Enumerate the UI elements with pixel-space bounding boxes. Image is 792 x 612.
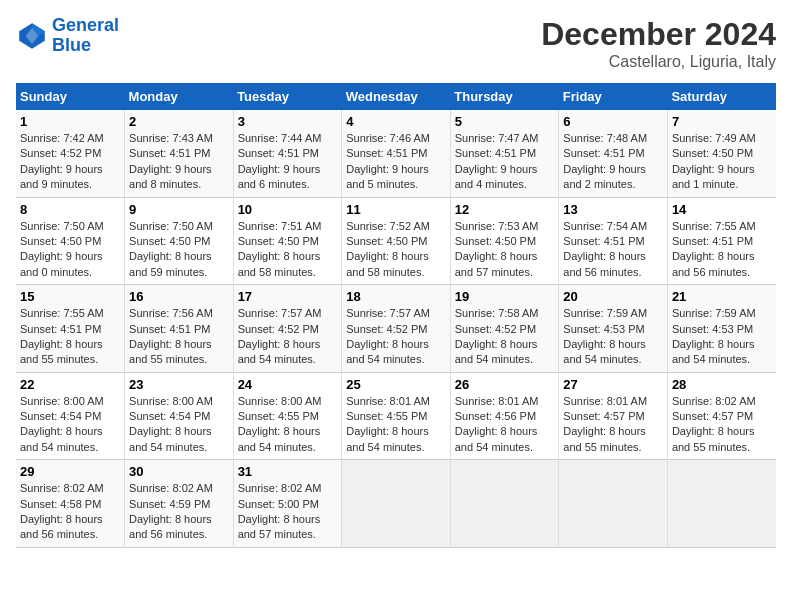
- day-detail: Sunrise: 8:01 AM Sunset: 4:55 PM Dayligh…: [346, 394, 446, 456]
- day-detail: Sunrise: 7:56 AM Sunset: 4:51 PM Dayligh…: [129, 306, 229, 368]
- day-detail: Sunrise: 8:01 AM Sunset: 4:56 PM Dayligh…: [455, 394, 555, 456]
- logo-line1: General: [52, 15, 119, 35]
- location-subtitle: Castellaro, Liguria, Italy: [541, 53, 776, 71]
- calendar-cell: 14Sunrise: 7:55 AM Sunset: 4:51 PM Dayli…: [667, 197, 776, 285]
- calendar-header-row: SundayMondayTuesdayWednesdayThursdayFrid…: [16, 83, 776, 110]
- calendar-week-row: 29Sunrise: 8:02 AM Sunset: 4:58 PM Dayli…: [16, 460, 776, 548]
- day-detail: Sunrise: 7:49 AM Sunset: 4:50 PM Dayligh…: [672, 131, 772, 193]
- day-detail: Sunrise: 8:01 AM Sunset: 4:57 PM Dayligh…: [563, 394, 663, 456]
- weekday-header-thursday: Thursday: [450, 83, 559, 110]
- weekday-header-friday: Friday: [559, 83, 668, 110]
- day-detail: Sunrise: 7:44 AM Sunset: 4:51 PM Dayligh…: [238, 131, 338, 193]
- day-number: 20: [563, 289, 663, 304]
- day-detail: Sunrise: 7:48 AM Sunset: 4:51 PM Dayligh…: [563, 131, 663, 193]
- day-number: 27: [563, 377, 663, 392]
- calendar-cell: 11Sunrise: 7:52 AM Sunset: 4:50 PM Dayli…: [342, 197, 451, 285]
- calendar-cell: 25Sunrise: 8:01 AM Sunset: 4:55 PM Dayli…: [342, 372, 451, 460]
- calendar-cell: 9Sunrise: 7:50 AM Sunset: 4:50 PM Daylig…: [125, 197, 234, 285]
- weekday-header-sunday: Sunday: [16, 83, 125, 110]
- day-number: 12: [455, 202, 555, 217]
- calendar-cell: 2Sunrise: 7:43 AM Sunset: 4:51 PM Daylig…: [125, 110, 234, 197]
- calendar-cell: 4Sunrise: 7:46 AM Sunset: 4:51 PM Daylig…: [342, 110, 451, 197]
- day-number: 4: [346, 114, 446, 129]
- day-number: 16: [129, 289, 229, 304]
- calendar-cell: 24Sunrise: 8:00 AM Sunset: 4:55 PM Dayli…: [233, 372, 342, 460]
- day-detail: Sunrise: 7:54 AM Sunset: 4:51 PM Dayligh…: [563, 219, 663, 281]
- day-number: 11: [346, 202, 446, 217]
- calendar-cell: 5Sunrise: 7:47 AM Sunset: 4:51 PM Daylig…: [450, 110, 559, 197]
- day-detail: Sunrise: 7:59 AM Sunset: 4:53 PM Dayligh…: [672, 306, 772, 368]
- day-number: 25: [346, 377, 446, 392]
- calendar-cell: 21Sunrise: 7:59 AM Sunset: 4:53 PM Dayli…: [667, 285, 776, 373]
- day-number: 7: [672, 114, 772, 129]
- calendar-cell: [559, 460, 668, 548]
- day-number: 17: [238, 289, 338, 304]
- day-number: 2: [129, 114, 229, 129]
- calendar-cell: 28Sunrise: 8:02 AM Sunset: 4:57 PM Dayli…: [667, 372, 776, 460]
- calendar-cell: 31Sunrise: 8:02 AM Sunset: 5:00 PM Dayli…: [233, 460, 342, 548]
- day-detail: Sunrise: 7:50 AM Sunset: 4:50 PM Dayligh…: [20, 219, 120, 281]
- logo-text: General Blue: [52, 16, 119, 56]
- day-detail: Sunrise: 7:42 AM Sunset: 4:52 PM Dayligh…: [20, 131, 120, 193]
- day-detail: Sunrise: 7:58 AM Sunset: 4:52 PM Dayligh…: [455, 306, 555, 368]
- calendar-cell: 6Sunrise: 7:48 AM Sunset: 4:51 PM Daylig…: [559, 110, 668, 197]
- day-number: 8: [20, 202, 120, 217]
- calendar-cell: 15Sunrise: 7:55 AM Sunset: 4:51 PM Dayli…: [16, 285, 125, 373]
- calendar-cell: 17Sunrise: 7:57 AM Sunset: 4:52 PM Dayli…: [233, 285, 342, 373]
- calendar-cell: 23Sunrise: 8:00 AM Sunset: 4:54 PM Dayli…: [125, 372, 234, 460]
- day-number: 14: [672, 202, 772, 217]
- title-block: December 2024 Castellaro, Liguria, Italy: [541, 16, 776, 71]
- calendar-cell: 27Sunrise: 8:01 AM Sunset: 4:57 PM Dayli…: [559, 372, 668, 460]
- day-number: 5: [455, 114, 555, 129]
- calendar-cell: 3Sunrise: 7:44 AM Sunset: 4:51 PM Daylig…: [233, 110, 342, 197]
- day-number: 28: [672, 377, 772, 392]
- calendar-week-row: 8Sunrise: 7:50 AM Sunset: 4:50 PM Daylig…: [16, 197, 776, 285]
- day-number: 6: [563, 114, 663, 129]
- calendar-cell: 29Sunrise: 8:02 AM Sunset: 4:58 PM Dayli…: [16, 460, 125, 548]
- day-detail: Sunrise: 8:02 AM Sunset: 4:58 PM Dayligh…: [20, 481, 120, 543]
- day-number: 23: [129, 377, 229, 392]
- calendar-cell: 1Sunrise: 7:42 AM Sunset: 4:52 PM Daylig…: [16, 110, 125, 197]
- day-detail: Sunrise: 7:55 AM Sunset: 4:51 PM Dayligh…: [672, 219, 772, 281]
- logo-icon: [16, 20, 48, 52]
- logo: General Blue: [16, 16, 119, 56]
- day-number: 9: [129, 202, 229, 217]
- calendar-table: SundayMondayTuesdayWednesdayThursdayFrid…: [16, 83, 776, 548]
- day-detail: Sunrise: 8:02 AM Sunset: 5:00 PM Dayligh…: [238, 481, 338, 543]
- day-number: 10: [238, 202, 338, 217]
- weekday-header-tuesday: Tuesday: [233, 83, 342, 110]
- day-number: 18: [346, 289, 446, 304]
- calendar-cell: 16Sunrise: 7:56 AM Sunset: 4:51 PM Dayli…: [125, 285, 234, 373]
- logo-line2: Blue: [52, 35, 91, 55]
- calendar-cell: 18Sunrise: 7:57 AM Sunset: 4:52 PM Dayli…: [342, 285, 451, 373]
- day-number: 15: [20, 289, 120, 304]
- month-title: December 2024: [541, 16, 776, 53]
- calendar-cell: 8Sunrise: 7:50 AM Sunset: 4:50 PM Daylig…: [16, 197, 125, 285]
- day-detail: Sunrise: 7:59 AM Sunset: 4:53 PM Dayligh…: [563, 306, 663, 368]
- day-number: 19: [455, 289, 555, 304]
- day-number: 24: [238, 377, 338, 392]
- weekday-header-wednesday: Wednesday: [342, 83, 451, 110]
- calendar-cell: 19Sunrise: 7:58 AM Sunset: 4:52 PM Dayli…: [450, 285, 559, 373]
- day-detail: Sunrise: 7:53 AM Sunset: 4:50 PM Dayligh…: [455, 219, 555, 281]
- calendar-cell: [342, 460, 451, 548]
- day-number: 29: [20, 464, 120, 479]
- day-number: 13: [563, 202, 663, 217]
- calendar-cell: 30Sunrise: 8:02 AM Sunset: 4:59 PM Dayli…: [125, 460, 234, 548]
- day-number: 30: [129, 464, 229, 479]
- weekday-header-saturday: Saturday: [667, 83, 776, 110]
- calendar-week-row: 22Sunrise: 8:00 AM Sunset: 4:54 PM Dayli…: [16, 372, 776, 460]
- day-detail: Sunrise: 7:52 AM Sunset: 4:50 PM Dayligh…: [346, 219, 446, 281]
- day-detail: Sunrise: 7:43 AM Sunset: 4:51 PM Dayligh…: [129, 131, 229, 193]
- day-detail: Sunrise: 7:50 AM Sunset: 4:50 PM Dayligh…: [129, 219, 229, 281]
- day-detail: Sunrise: 7:46 AM Sunset: 4:51 PM Dayligh…: [346, 131, 446, 193]
- day-number: 1: [20, 114, 120, 129]
- calendar-cell: 12Sunrise: 7:53 AM Sunset: 4:50 PM Dayli…: [450, 197, 559, 285]
- calendar-cell: [450, 460, 559, 548]
- calendar-week-row: 15Sunrise: 7:55 AM Sunset: 4:51 PM Dayli…: [16, 285, 776, 373]
- page-header: General Blue December 2024 Castellaro, L…: [16, 16, 776, 71]
- day-detail: Sunrise: 7:57 AM Sunset: 4:52 PM Dayligh…: [238, 306, 338, 368]
- day-number: 26: [455, 377, 555, 392]
- day-number: 21: [672, 289, 772, 304]
- day-number: 3: [238, 114, 338, 129]
